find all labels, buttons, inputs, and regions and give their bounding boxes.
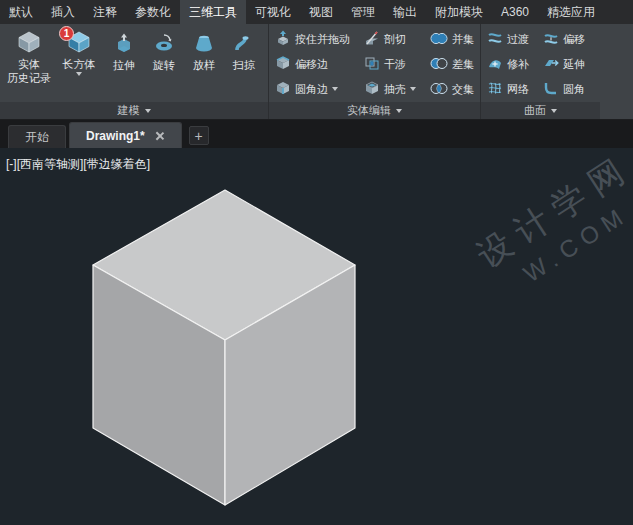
menu-tab-annotate[interactable]: 注释 — [84, 0, 126, 24]
fillet-edge-button[interactable]: 圆角边 — [273, 78, 352, 101]
surface-panel-title[interactable]: 曲面 — [481, 102, 600, 119]
surface-panel-title-label: 曲面 — [524, 103, 546, 118]
menu-tab-visualize[interactable]: 可视化 — [246, 0, 300, 24]
menu-tab-default[interactable]: 默认 — [0, 0, 42, 24]
menu-tab-3d-tools[interactable]: 三维工具 — [180, 0, 246, 24]
interference-label: 干涉 — [384, 57, 406, 72]
surface-extend-button[interactable]: 延伸 — [541, 53, 587, 76]
viewport[interactable]: [-][西南等轴测][带边缘着色] 设计学网 W.COM — [0, 148, 633, 525]
sweep-label: 扫掠 — [233, 58, 255, 73]
menu-tab-view[interactable]: 视图 — [300, 0, 342, 24]
surface-blend-label: 过渡 — [507, 32, 529, 47]
slice-label: 剖切 — [384, 32, 406, 47]
menu-tab-add-ins[interactable]: 附加模块 — [426, 0, 492, 24]
surface-network-button[interactable]: 网络 — [485, 78, 531, 101]
shell-label: 抽壳 — [384, 82, 406, 97]
surface-fillet-icon — [543, 80, 559, 98]
surface-extend-icon — [543, 55, 559, 73]
slice-button[interactable]: 剖切 — [362, 28, 418, 51]
surface-blend-button[interactable]: 过渡 — [485, 28, 531, 51]
presspull-label: 按住并拖动 — [295, 32, 350, 47]
sweep-button[interactable]: 扫掠 — [224, 26, 264, 102]
loft-label: 放样 — [193, 58, 215, 73]
tab-start-label: 开始 — [25, 129, 49, 146]
subtract-label: 差集 — [452, 57, 474, 72]
subtract-button[interactable]: 差集 — [428, 53, 476, 76]
surface-offset-label: 偏移 — [563, 32, 585, 47]
solid-history-button[interactable]: 实体 历史记录 — [4, 26, 54, 102]
fillet-edge-label: 圆角边 — [295, 82, 328, 97]
loft-button[interactable]: 放样 — [184, 26, 224, 102]
extrude-icon — [114, 33, 134, 55]
offset-edge-label: 偏移边 — [295, 57, 328, 72]
surface-fillet-label: 圆角 — [563, 82, 585, 97]
menu-tab-a360[interactable]: A360 — [492, 0, 538, 24]
tab-start[interactable]: 开始 — [8, 125, 66, 148]
menu-tab-manage[interactable]: 管理 — [342, 0, 384, 24]
solid-editing-panel-title[interactable]: 实体编辑 — [269, 102, 480, 119]
surface-panel: 过渡 偏移 — [480, 24, 600, 119]
chevron-down-icon — [145, 109, 151, 113]
ribbon-tab-bar: 默认 插入 注释 参数化 三维工具 可视化 视图 管理 输出 附加模块 A360… — [0, 0, 633, 24]
union-button[interactable]: 并集 — [428, 28, 476, 51]
union-label: 并集 — [452, 32, 474, 47]
close-icon[interactable] — [155, 131, 165, 141]
modeling-panel-title-label: 建模 — [118, 103, 140, 118]
surface-patch-icon — [487, 55, 503, 73]
interference-icon — [364, 55, 380, 73]
union-icon — [430, 32, 448, 47]
extrude-button[interactable]: 拉伸 — [104, 26, 144, 102]
autocad-window: 默认 插入 注释 参数化 三维工具 可视化 视图 管理 输出 附加模块 A360… — [0, 0, 633, 525]
extrude-label: 拉伸 — [113, 58, 135, 73]
new-tab-button[interactable]: + — [189, 126, 209, 145]
intersect-icon — [430, 82, 448, 97]
surface-patch-button[interactable]: 修补 — [485, 53, 531, 76]
loft-icon — [194, 33, 214, 55]
menu-tab-featured-apps[interactable]: 精选应用 — [538, 0, 604, 24]
fillet-edge-icon — [275, 80, 291, 98]
intersect-button[interactable]: 交集 — [428, 78, 476, 101]
shell-button[interactable]: 抽壳 — [362, 78, 418, 101]
revolve-icon — [154, 33, 174, 55]
chevron-down-icon — [396, 109, 402, 113]
surface-extend-label: 延伸 — [563, 57, 585, 72]
shell-icon — [364, 80, 380, 98]
chevron-down-icon — [410, 87, 416, 91]
modeling-panel-title[interactable]: 建模 — [0, 102, 268, 119]
presspull-icon — [275, 30, 291, 48]
tab-drawing1-label: Drawing1* — [86, 129, 145, 143]
intersect-label: 交集 — [452, 82, 474, 97]
surface-network-label: 网络 — [507, 82, 529, 97]
ribbon: 实体 历史记录 1 长方体 — [0, 24, 633, 120]
sweep-icon — [234, 33, 254, 55]
surface-patch-label: 修补 — [507, 57, 529, 72]
menu-tab-insert[interactable]: 插入 — [42, 0, 84, 24]
chevron-down-icon — [76, 72, 82, 76]
solid-editing-panel-title-label: 实体编辑 — [347, 103, 391, 118]
slice-icon — [364, 30, 380, 48]
surface-offset-button[interactable]: 偏移 — [541, 28, 587, 51]
box-button-label: 长方体 — [63, 58, 96, 71]
solid-history-label-line1: 实体 — [18, 58, 40, 71]
surface-offset-icon — [543, 30, 559, 48]
subtract-icon — [430, 57, 448, 72]
box-button[interactable]: 1 长方体 — [54, 26, 104, 102]
solid-history-icon — [16, 30, 42, 57]
solid-editing-panel: 按住并拖动 剖切 — [268, 24, 480, 119]
revolve-button[interactable]: 旋转 — [144, 26, 184, 102]
modeling-panel: 实体 历史记录 1 长方体 — [0, 24, 268, 119]
menu-tab-output[interactable]: 输出 — [384, 0, 426, 24]
offset-edge-button[interactable]: 偏移边 — [273, 53, 352, 76]
surface-fillet-button[interactable]: 圆角 — [541, 78, 587, 101]
tab-drawing1[interactable]: Drawing1* — [69, 122, 182, 148]
offset-edge-icon — [275, 55, 291, 73]
drawing-tab-bar: 开始 Drawing1* + — [0, 120, 633, 148]
chevron-down-icon — [551, 109, 557, 113]
cube-model[interactable] — [0, 148, 633, 525]
presspull-button[interactable]: 按住并拖动 — [273, 28, 352, 51]
notification-badge: 1 — [59, 26, 74, 41]
menu-tab-parametric[interactable]: 参数化 — [126, 0, 180, 24]
chevron-down-icon — [332, 87, 338, 91]
viewport-controls[interactable]: [-][西南等轴测][带边缘着色] — [6, 156, 150, 173]
interference-button[interactable]: 干涉 — [362, 53, 418, 76]
